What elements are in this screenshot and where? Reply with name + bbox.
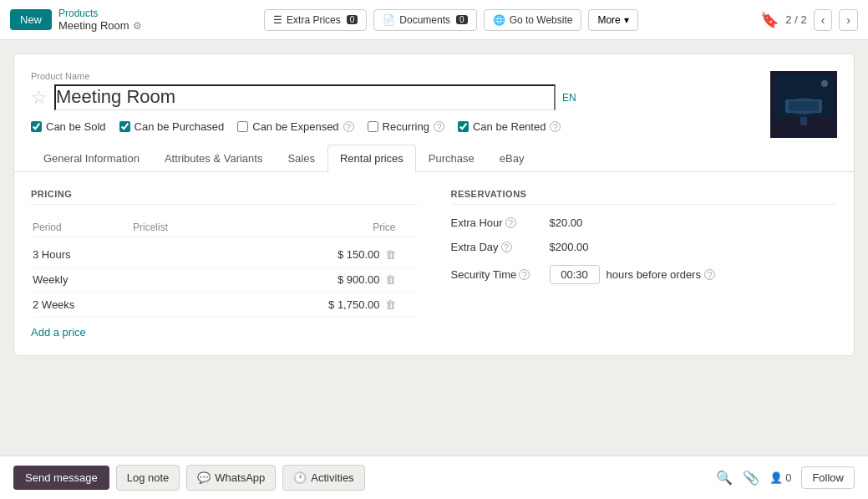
toolbar: New Products Meeting Room ⚙ ☰ Extra Pric… (0, 0, 868, 40)
bottom-bar-right: 🔍 📎 👤 0 Follow (716, 466, 855, 489)
extra-day-value[interactable]: $200.00 (550, 241, 589, 253)
breadcrumb-parent[interactable]: Products (58, 8, 142, 19)
bottom-bar: Send message Log note 💬 WhatsApp 🕐 Activ… (0, 456, 868, 499)
price-cell[interactable]: $ 1,750.00 🗑 (324, 298, 416, 311)
can-be-sold-checkbox[interactable]: Can be Sold (31, 120, 106, 133)
period-cell[interactable]: Weekly (33, 273, 133, 286)
reservations-section: RESERVATIONS Extra Hour ? $20.00 Extra D… (451, 189, 838, 339)
tab-purchase[interactable]: Purchase (416, 145, 487, 172)
toolbar-left: New Products Meeting Room ⚙ (10, 8, 142, 32)
period-cell[interactable]: 3 Hours (33, 248, 133, 261)
table-row: Weekly $ 900.00 🗑 (33, 267, 416, 293)
document-icon: 📄 (383, 14, 395, 26)
svg-rect-6 (800, 117, 807, 125)
go-to-website-button[interactable]: 🌐 Go to Website (484, 9, 582, 31)
extra-hour-help-icon[interactable]: ? (505, 217, 516, 228)
expensed-help-icon[interactable]: ? (343, 121, 354, 132)
extra-prices-button[interactable]: ☰ Extra Prices 0 (264, 9, 367, 31)
period-header: Period (33, 221, 133, 233)
can-be-expensed-checkbox[interactable]: Can be Expensed ? (237, 120, 353, 133)
delete-row-icon[interactable]: 🗑 (385, 248, 396, 261)
chevron-down-icon: ▾ (624, 14, 629, 26)
settings-icon[interactable]: ⚙ (133, 20, 142, 32)
activities-icon: 🕐 (293, 471, 307, 484)
product-name-label: Product Name (31, 71, 770, 81)
extra-day-help-icon[interactable]: ? (501, 242, 512, 252)
price-cell[interactable]: $ 150.00 🗑 (324, 248, 416, 261)
bookmark-icon[interactable]: 🔖 (760, 11, 779, 29)
toolbar-right: 🔖 2 / 2 ‹ › (760, 9, 858, 31)
extra-day-row: Extra Day ? $200.00 (451, 241, 838, 253)
table-row: 2 Weeks $ 1,750.00 🗑 (33, 293, 416, 318)
paperclip-icon[interactable]: 📎 (743, 470, 759, 486)
breadcrumb-current: Meeting Room ⚙ (58, 19, 142, 32)
whatsapp-icon: 💬 (197, 471, 211, 484)
documents-button[interactable]: 📄 Documents 0 (373, 9, 476, 31)
recurring-help-icon[interactable]: ? (434, 121, 444, 132)
tab-rental-prices[interactable]: Rental prices (327, 145, 416, 172)
pricing-table-header: Period Pricelist Price (33, 218, 416, 237)
pricelist-header: Pricelist (133, 221, 324, 233)
favorite-icon[interactable]: ☆ (31, 87, 48, 109)
extra-hour-value[interactable]: $20.00 (550, 216, 583, 229)
table-row: 3 Hours $ 150.00 🗑 (33, 242, 416, 267)
delete-row-icon[interactable]: 🗑 (385, 298, 396, 311)
add-price-link[interactable]: Add a price (31, 326, 86, 339)
record-navigation: 2 / 2 (785, 13, 806, 26)
period-cell[interactable]: 2 Weeks (33, 298, 133, 311)
breadcrumb: Products Meeting Room ⚙ (58, 8, 142, 32)
svg-rect-4 (789, 101, 819, 111)
svg-point-5 (821, 80, 828, 87)
send-message-button[interactable]: Send message (13, 466, 109, 490)
product-header: Product Name ☆ EN Can be Sold Can be Pur… (31, 71, 837, 145)
bottom-bar-left: Send message Log note 💬 WhatsApp 🕐 Activ… (13, 465, 365, 491)
tab-sales[interactable]: Sales (275, 145, 327, 172)
checkboxes: Can be Sold Can be Purchased Can be Expe… (31, 120, 770, 133)
product-image[interactable] (770, 71, 837, 138)
can-be-rented-checkbox[interactable]: Can be Rented ? (458, 120, 561, 133)
lang-badge[interactable]: EN (562, 92, 576, 104)
globe-icon: 🌐 (493, 14, 505, 26)
follow-button[interactable]: Follow (801, 466, 855, 489)
product-left: Product Name ☆ EN Can be Sold Can be Pur… (31, 71, 770, 145)
security-time-help-icon[interactable]: ? (519, 269, 530, 280)
security-time-input[interactable] (550, 265, 600, 284)
extra-hour-row: Extra Hour ? $20.00 (451, 216, 838, 229)
extra-prices-badge: 0 (347, 15, 358, 24)
prev-record-button[interactable]: ‹ (814, 9, 833, 31)
user-icon: 👤 (769, 471, 783, 484)
hours-before-help-icon[interactable]: ? (704, 269, 715, 280)
user-count[interactable]: 👤 0 (769, 471, 791, 484)
list-icon: ☰ (273, 14, 282, 26)
delete-row-icon[interactable]: 🗑 (385, 273, 396, 286)
extra-hour-label: Extra Hour ? (451, 216, 543, 229)
pricing-section: PRICING Period Pricelist Price 3 Hours $… (31, 189, 418, 339)
product-card: Product Name ☆ EN Can be Sold Can be Pur… (13, 53, 855, 356)
whatsapp-button[interactable]: 💬 WhatsApp (186, 465, 276, 491)
price-header: Price (324, 221, 416, 233)
tab-attributes-variants[interactable]: Attributes & Variants (152, 145, 276, 172)
recurring-checkbox[interactable]: Recurring ? (368, 120, 444, 133)
security-time-row: Security Time ? hours before orders ? (451, 265, 838, 284)
activities-button[interactable]: 🕐 Activities (282, 465, 364, 491)
can-be-purchased-checkbox[interactable]: Can be Purchased (119, 120, 225, 133)
tab-general-information[interactable]: General Information (31, 145, 152, 172)
more-button[interactable]: More ▾ (588, 9, 637, 31)
hours-before-suffix: hours before orders ? (607, 268, 715, 281)
new-button[interactable]: New (10, 9, 52, 30)
reservations-section-title: RESERVATIONS (451, 189, 838, 205)
security-time-label: Security Time ? (451, 268, 543, 281)
product-title-input[interactable] (54, 84, 556, 110)
search-icon[interactable]: 🔍 (716, 470, 733, 486)
main-area: Product Name ☆ EN Can be Sold Can be Pur… (0, 40, 868, 456)
tabs: General Information Attributes & Variant… (14, 145, 854, 172)
log-note-button[interactable]: Log note (116, 465, 180, 491)
product-title-row: ☆ EN (31, 84, 770, 110)
rented-help-icon[interactable]: ? (550, 121, 561, 132)
next-record-button[interactable]: › (839, 9, 858, 31)
tab-content: PRICING Period Pricelist Price 3 Hours $… (31, 172, 837, 339)
tab-ebay[interactable]: eBay (487, 145, 537, 172)
documents-badge: 0 (456, 15, 468, 24)
extra-day-label: Extra Day ? (451, 241, 543, 253)
price-cell[interactable]: $ 900.00 🗑 (324, 273, 416, 286)
